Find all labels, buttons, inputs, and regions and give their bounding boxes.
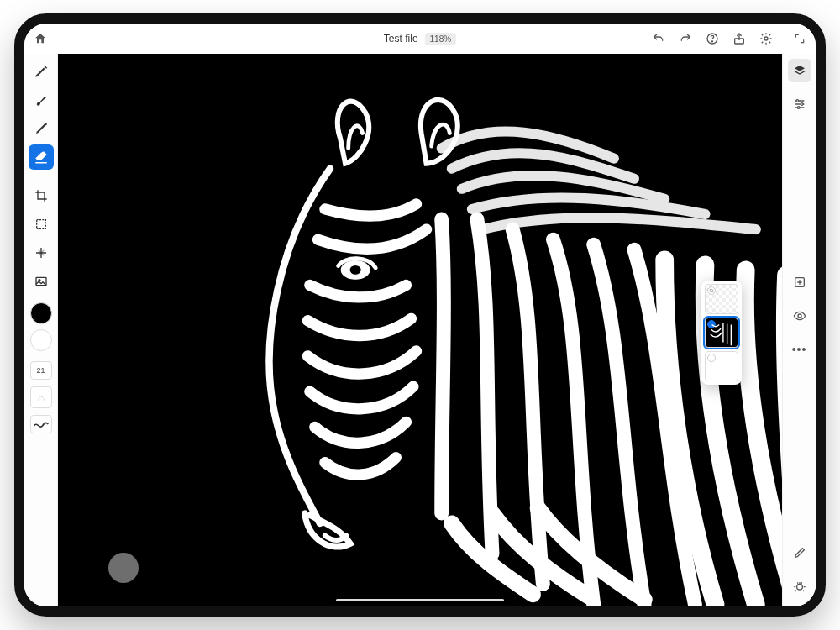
title-center: Test file 118% bbox=[384, 33, 456, 45]
crop-tool-icon[interactable] bbox=[29, 183, 54, 208]
brush-size-chip[interactable]: 21 bbox=[30, 361, 52, 380]
image-tool-icon[interactable] bbox=[29, 269, 54, 294]
right-toolbar: ••• bbox=[782, 54, 816, 606]
svg-point-11 bbox=[801, 103, 803, 106]
home-indicator bbox=[336, 599, 504, 601]
pencil-tool-icon[interactable] bbox=[29, 59, 54, 84]
edit-icon[interactable] bbox=[788, 541, 811, 564]
layers-panel-icon[interactable] bbox=[788, 59, 811, 82]
canvas-area[interactable] bbox=[58, 54, 782, 606]
help-icon[interactable] bbox=[705, 31, 720, 46]
zebra-artwork bbox=[188, 76, 782, 606]
expand-icon[interactable] bbox=[792, 31, 807, 46]
visibility-icon[interactable] bbox=[788, 304, 811, 328]
svg-point-12 bbox=[797, 107, 800, 109]
artboard[interactable] bbox=[58, 54, 782, 606]
workarea: 21 bbox=[24, 54, 816, 606]
more-options-icon[interactable]: ••• bbox=[788, 338, 811, 361]
undo-icon[interactable] bbox=[651, 31, 666, 46]
svg-point-15 bbox=[796, 584, 802, 590]
svg-point-10 bbox=[796, 100, 799, 102]
brush-shape-chip[interactable] bbox=[30, 386, 52, 408]
svg-rect-5 bbox=[36, 220, 45, 229]
touch-shortcut-dot[interactable] bbox=[108, 553, 139, 583]
titlebar-right bbox=[651, 31, 807, 46]
selection-tool-icon[interactable] bbox=[29, 212, 54, 237]
svg-point-14 bbox=[798, 314, 801, 318]
titlebar-left bbox=[33, 31, 48, 46]
layer-badge-icon bbox=[707, 354, 716, 362]
add-layer-icon[interactable] bbox=[788, 270, 811, 294]
left-toolbar: 21 bbox=[24, 54, 58, 606]
layer-thumb-1[interactable] bbox=[705, 351, 738, 381]
app-screen: Test file 118% bbox=[24, 24, 816, 606]
paint-brush-tool-icon[interactable] bbox=[29, 87, 54, 113]
layers-popover bbox=[701, 281, 742, 385]
right-toolbar-bottom bbox=[788, 541, 811, 598]
properties-panel-icon[interactable] bbox=[788, 92, 811, 116]
layer-thumb-2[interactable] bbox=[705, 318, 738, 348]
svg-point-3 bbox=[764, 37, 768, 40]
home-icon[interactable] bbox=[33, 31, 48, 46]
svg-point-1 bbox=[711, 41, 712, 42]
share-icon[interactable] bbox=[732, 31, 747, 46]
transform-tool-icon[interactable] bbox=[29, 240, 54, 265]
document-title: Test file bbox=[384, 33, 418, 45]
redo-icon[interactable] bbox=[678, 31, 693, 46]
eraser-tool-icon[interactable] bbox=[29, 144, 54, 170]
titlebar: Test file 118% bbox=[24, 24, 816, 54]
svg-point-4 bbox=[44, 123, 46, 125]
zoom-badge[interactable]: 118% bbox=[425, 33, 457, 45]
gear-icon[interactable] bbox=[759, 31, 774, 46]
layer-thumb-3[interactable] bbox=[705, 284, 738, 314]
svg-point-9 bbox=[349, 265, 361, 276]
primary-color-swatch[interactable] bbox=[30, 302, 52, 324]
secondary-color-swatch[interactable] bbox=[30, 329, 52, 351]
tablet-frame: Test file 118% bbox=[14, 13, 826, 617]
smudge-tool-icon[interactable] bbox=[29, 116, 54, 141]
bug-icon[interactable] bbox=[788, 575, 811, 598]
brush-stroke-chip[interactable] bbox=[30, 415, 52, 433]
visibility-off-icon[interactable] bbox=[707, 286, 716, 295]
